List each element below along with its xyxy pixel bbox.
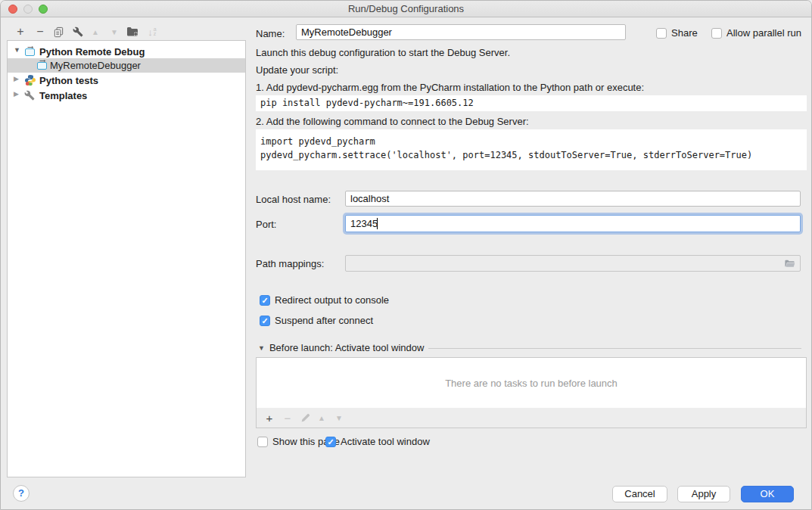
before-launch-title: Before launch: Activate tool window	[269, 342, 425, 353]
help-button[interactable]: ?	[13, 485, 30, 502]
before-launch-remove-button: −	[279, 410, 296, 425]
window-title: Run/Debug Configurations	[1, 3, 811, 14]
add-configuration-button[interactable]: +	[11, 23, 30, 40]
plus-icon: +	[17, 26, 23, 38]
activate-tool-window-label[interactable]: Activate tool window	[341, 436, 430, 447]
tree-item-label: Python Remote Debug	[39, 46, 145, 58]
tree-item-label: Python tests	[39, 75, 98, 86]
configurations-tree[interactable]: ▼ Python Remote Debug MyRemoteDebugger ▶…	[7, 40, 246, 477]
chevron-expanded-icon[interactable]: ▼	[258, 344, 265, 352]
checkbox-icon[interactable]	[656, 28, 667, 39]
tree-item-python-remote-debug[interactable]: ▼ Python Remote Debug	[8, 45, 245, 59]
ok-button[interactable]: OK	[741, 486, 794, 502]
pip-install-code: pip install pydevd-pycharm~=191.6605.12	[256, 95, 807, 111]
checkbox-icon[interactable]	[325, 437, 336, 447]
redirect-output-label[interactable]: Redirect output to console	[275, 294, 389, 306]
port-input-wrapper	[345, 215, 801, 232]
plus-icon: +	[266, 412, 273, 424]
port-label: Port:	[256, 219, 276, 230]
suspend-after-connect-checkbox[interactable]: Suspend after connect	[260, 315, 373, 326]
new-folder-icon	[126, 26, 138, 38]
path-mappings-field[interactable]	[345, 255, 801, 272]
minus-icon: −	[36, 26, 43, 38]
triangle-down-icon: ▼	[110, 28, 118, 36]
suspend-after-connect-label[interactable]: Suspend after connect	[275, 315, 373, 326]
allow-parallel-run-label[interactable]: Allow parallel run	[726, 27, 801, 39]
copy-icon	[53, 26, 64, 38]
before-launch-move-down-button: ▼	[331, 410, 347, 425]
checkbox-icon[interactable]	[260, 316, 270, 326]
path-mappings-label: Path mappings:	[256, 258, 324, 269]
before-launch-task-list[interactable]: There are no tasks to run before launch	[256, 357, 807, 409]
before-launch-empty-text: There are no tasks to run before launch	[257, 358, 806, 408]
activate-tool-window-checkbox[interactable]: Activate tool window	[325, 436, 430, 447]
pencil-icon	[300, 413, 310, 423]
name-input[interactable]	[296, 24, 626, 40]
code-line-import: import pydevd_pycharm	[260, 136, 375, 147]
share-checkbox[interactable]: Share	[656, 27, 698, 39]
chevron-collapsed-icon[interactable]: ▶	[14, 90, 19, 98]
text-caret	[377, 218, 378, 229]
titlebar: Run/Debug Configurations	[1, 1, 811, 17]
move-up-button: ▲	[86, 23, 104, 40]
edit-templates-button[interactable]	[69, 23, 87, 40]
port-input[interactable]	[345, 215, 801, 232]
share-checkbox-label[interactable]: Share	[671, 27, 698, 39]
cancel-button[interactable]: Cancel	[612, 486, 667, 502]
checkbox-icon[interactable]	[257, 437, 268, 447]
before-launch-add-button[interactable]: +	[261, 410, 278, 425]
local-host-name-input[interactable]	[345, 191, 801, 207]
folder-icon[interactable]	[784, 258, 796, 269]
triangle-up-icon: ▲	[318, 414, 325, 422]
run-debug-configurations-dialog: Run/Debug Configurations + − ▲ ▼ ↓az ▼ P…	[0, 0, 812, 510]
chevron-collapsed-icon[interactable]: ▶	[14, 75, 19, 82]
tree-item-python-tests[interactable]: ▶ Python tests	[8, 73, 245, 88]
before-launch-move-up-button: ▲	[313, 410, 330, 425]
checkbox-icon[interactable]	[711, 28, 722, 39]
python-tests-icon	[24, 74, 36, 86]
allow-parallel-run-checkbox[interactable]: Allow parallel run	[711, 27, 801, 39]
copy-configuration-button[interactable]	[49, 23, 67, 40]
checkbox-icon[interactable]	[260, 295, 270, 306]
remote-debug-icon	[36, 59, 48, 71]
name-label: Name:	[256, 28, 285, 39]
tree-item-label: MyRemoteDebugger	[50, 60, 141, 71]
wrench-icon	[24, 90, 36, 102]
chevron-expanded-icon[interactable]: ▼	[14, 46, 20, 54]
new-folder-button[interactable]	[123, 23, 142, 40]
remove-configuration-button[interactable]: −	[31, 23, 49, 40]
sort-az-icon: ↓az	[148, 26, 156, 38]
minus-icon: −	[285, 412, 291, 424]
before-launch-edit-button	[297, 410, 313, 425]
step2-text: 2. Add the following command to connect …	[256, 116, 529, 127]
step1-text: 1. Add pydevd-pycharm.egg from the PyCha…	[256, 82, 644, 93]
triangle-up-icon: ▲	[92, 28, 99, 36]
before-launch-header[interactable]: ▼ Before launch: Activate tool window	[258, 342, 801, 353]
settrace-code-block: import pydevd_pycharm pydevd_pycharm.set…	[256, 129, 807, 170]
apply-button[interactable]: Apply	[677, 486, 730, 502]
remote-debug-icon	[24, 45, 36, 58]
sort-alphabetically-button: ↓az	[143, 23, 161, 40]
tree-item-myremotedebugger[interactable]: MyRemoteDebugger	[8, 58, 245, 73]
divider	[428, 348, 801, 349]
code-line-settrace: pydevd_pycharm.settrace('localhost', por…	[260, 150, 752, 160]
tree-item-label: Templates	[39, 90, 87, 101]
tree-item-templates[interactable]: ▶ Templates	[8, 89, 245, 103]
redirect-output-checkbox[interactable]: Redirect output to console	[260, 294, 389, 306]
move-down-button: ▼	[105, 23, 123, 40]
before-launch-toolbar: + − ▲ ▼	[256, 408, 807, 428]
update-script-text: Update your script:	[256, 64, 338, 76]
intro-text: Launch this debug configuration to start…	[256, 47, 510, 58]
local-host-name-label: Local host name:	[256, 194, 331, 205]
triangle-down-icon: ▼	[335, 414, 343, 422]
wrench-icon	[73, 26, 83, 37]
